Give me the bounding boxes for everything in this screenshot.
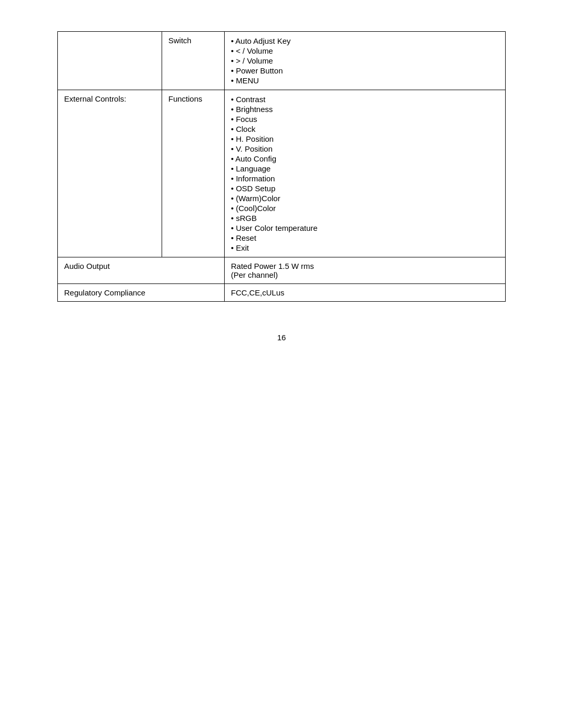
cell-label: External Controls: bbox=[58, 90, 162, 257]
list-item: Auto Config bbox=[231, 154, 499, 164]
list-item: (Cool)Color bbox=[231, 203, 499, 213]
specs-table: SwitchAuto Adjust Key< / Volume> / Volum… bbox=[57, 31, 506, 302]
list-item: sRGB bbox=[231, 213, 499, 223]
table-row: Audio OutputRated Power 1.5 W rms (Per c… bbox=[58, 257, 506, 284]
list-item: User Color temperature bbox=[231, 223, 499, 233]
list-item: Information bbox=[231, 174, 499, 183]
cell-type: Functions bbox=[162, 90, 225, 257]
table-row: External Controls:FunctionsContrastBrigh… bbox=[58, 90, 506, 257]
list-item: MENU bbox=[231, 76, 499, 85]
cell-label: Regulatory Compliance bbox=[58, 284, 225, 302]
table-row: SwitchAuto Adjust Key< / Volume> / Volum… bbox=[58, 32, 506, 90]
list-item: Reset bbox=[231, 233, 499, 243]
list-item: Exit bbox=[231, 243, 499, 253]
list-item: H. Position bbox=[231, 134, 499, 144]
table-row: Regulatory ComplianceFCC,CE,cULus bbox=[58, 284, 506, 302]
list-item: Auto Adjust Key bbox=[231, 36, 499, 46]
list-item: Power Button bbox=[231, 66, 499, 76]
list-item: (Warm)Color bbox=[231, 193, 499, 203]
page-number: 16 bbox=[57, 333, 506, 342]
cell-type: Switch bbox=[162, 32, 225, 90]
cell-label: Audio Output bbox=[58, 257, 225, 284]
list-item: V. Position bbox=[231, 144, 499, 154]
list-item: Language bbox=[231, 164, 499, 174]
list-item: Brightness bbox=[231, 104, 499, 114]
list-item: Contrast bbox=[231, 94, 499, 104]
list-item: Focus bbox=[231, 114, 499, 124]
list-item: OSD Setup bbox=[231, 183, 499, 193]
cell-details: ContrastBrightnessFocusClockH. PositionV… bbox=[225, 90, 506, 257]
cell-label bbox=[58, 32, 162, 90]
cell-details: Rated Power 1.5 W rms (Per channel) bbox=[225, 257, 506, 284]
cell-details: FCC,CE,cULus bbox=[225, 284, 506, 302]
list-item: Clock bbox=[231, 124, 499, 134]
page-container: SwitchAuto Adjust Key< / Volume> / Volum… bbox=[57, 0, 506, 373]
cell-details: Auto Adjust Key< / Volume> / VolumePower… bbox=[225, 32, 506, 90]
list-item: < / Volume bbox=[231, 46, 499, 56]
list-item: > / Volume bbox=[231, 56, 499, 66]
